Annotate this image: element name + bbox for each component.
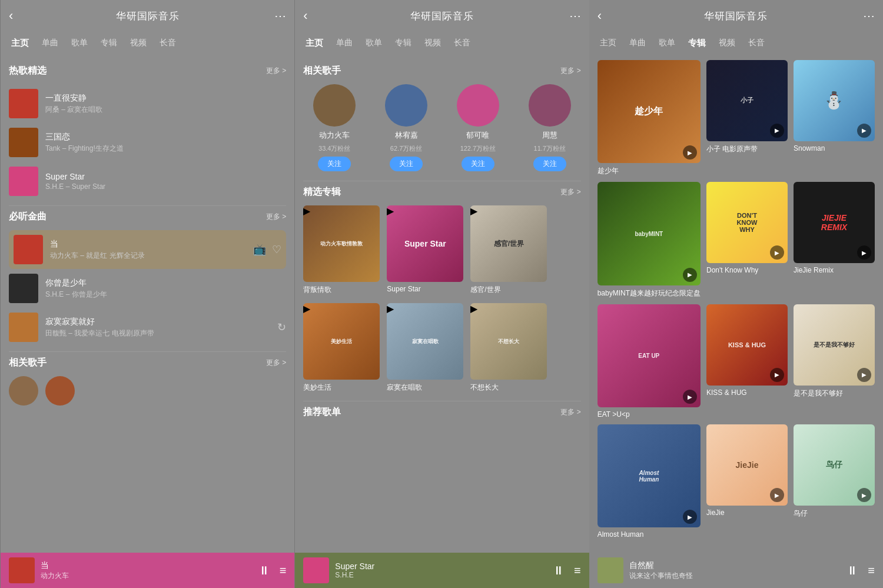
recommended-more[interactable]: 更多 > [560, 407, 580, 417]
back-button-3[interactable]: ‹ [597, 8, 602, 24]
tab-long-3[interactable]: 长音 [743, 35, 769, 51]
more-albums-row: 美妙生活 ▶ 美妙生活 寂寞在唱歌 ▶ 寂寞在唱歌 不想长大 ▶ 不想长大 [303, 303, 580, 395]
tab-album-2[interactable]: 专辑 [390, 35, 416, 51]
play-pause-1[interactable]: ⏸ [258, 564, 270, 577]
playlist-1[interactable]: ≡ [280, 564, 287, 577]
album-card-jiejie-remix[interactable]: JIEJIEREMIX ▶ JieJie Remix [794, 182, 875, 298]
must-song-item-3[interactable]: 寂寞寂寞就好 田馥甄 – 我爱幸运七 电视剧原声带 ↻ [9, 308, 286, 347]
player-artist-1: 动力火车 [41, 571, 253, 581]
back-button-1[interactable]: ‹ [9, 8, 13, 24]
album-card-eatup[interactable]: EAT UP ▶ EAT >U<p [597, 304, 701, 418]
tab-video-2[interactable]: 视频 [420, 35, 446, 51]
play-pause-2[interactable]: ⏸ [553, 564, 565, 577]
tab-home-1[interactable]: 主页 [6, 35, 34, 51]
play-snowman[interactable]: ▶ [857, 124, 871, 138]
featured-album-1[interactable]: 动力火车歌情敦敦 ▶ 背叛情歌 [303, 205, 380, 295]
album-card-趁少年[interactable]: 趁少年 ▶ 趁少年 [597, 60, 701, 176]
play-wuzi[interactable]: ▶ [857, 488, 871, 502]
more-button-2[interactable]: ⋯ [569, 9, 581, 23]
song-title-2: 三国恋 [45, 132, 286, 142]
artists-row-2: 动力火车 33.4万粉丝 关注 林宥嘉 62.7万粉丝 关注 郁可唯 122.7… [303, 84, 580, 171]
song-item-1[interactable]: 一直很安静 阿桑 – 寂寞在唱歌 [9, 84, 286, 123]
tab-single-3[interactable]: 单曲 [625, 35, 650, 51]
tv-icon[interactable]: 📺 [253, 243, 266, 256]
must-song-item-2[interactable]: 你曾是少年 S.H.E – 你曾是少年 [9, 269, 286, 308]
related-artists-title-1: 相关歌手 [9, 357, 47, 369]
panel-2-content: 相关歌手 更多 > 动力火车 33.4万粉丝 关注 林宥嘉 62.7万粉丝 关注 [295, 54, 589, 588]
player-info-3: 自然醒 说来这个事情也奇怪 [629, 560, 841, 581]
tab-long-1[interactable]: 长音 [155, 35, 181, 51]
featured-albums-title: 精选专辑 [303, 186, 341, 198]
tab-album-1[interactable]: 专辑 [96, 35, 122, 51]
play-eatup[interactable]: ▶ [683, 390, 697, 404]
tab-single-1[interactable]: 单曲 [37, 35, 63, 51]
heart-icon[interactable]: ♡ [272, 243, 281, 256]
song-item-3[interactable]: Super Star S.H.E – Super Star [9, 162, 286, 201]
tab-playlist-1[interactable]: 歌单 [67, 35, 92, 51]
more-button-1[interactable]: ⋯ [274, 9, 286, 23]
back-button-2[interactable]: ‹ [303, 8, 307, 24]
tab-home-2[interactable]: 主页 [301, 35, 328, 51]
album-cover-dontknow: DON'TKNOWWHY ▶ [706, 182, 788, 263]
hot-songs-more[interactable]: 更多 > [266, 66, 286, 76]
play-notgood[interactable]: ▶ [857, 368, 871, 382]
album-card-snowman[interactable]: ⛄ ▶ Snowman [794, 60, 875, 176]
tab-playlist-2[interactable]: 歌单 [361, 35, 387, 51]
artist-card-2[interactable]: 林宥嘉 62.7万粉丝 关注 [375, 84, 437, 171]
album-card-notgood[interactable]: 是不是我不够好 ▶ 是不是我不够好 [794, 304, 875, 418]
artist-fans-2: 62.7万粉丝 [390, 144, 422, 153]
featured-album-3[interactable]: 感官/世界 ▶ 感官/世界 [470, 205, 547, 295]
related-artists-more-1[interactable]: 更多 > [266, 358, 286, 368]
album-card-jiejie[interactable]: JieJie ▶ JieJie [706, 424, 788, 539]
artist-card-1[interactable]: 动力火车 33.4万粉丝 关注 [303, 84, 366, 171]
album-cover-eatup: EAT UP ▶ [597, 304, 701, 407]
must-listen-more[interactable]: 更多 > [266, 212, 286, 222]
more-album-2[interactable]: 寂寞在唱歌 ▶ 寂寞在唱歌 [387, 303, 463, 393]
related-artists-more-2[interactable]: 更多 > [560, 66, 580, 76]
follow-btn-3[interactable]: 关注 [462, 157, 494, 171]
share-icon-3[interactable]: ↻ [277, 321, 286, 334]
more-button-3[interactable]: ⋯ [863, 9, 875, 23]
artist-card-4[interactable]: 周慧 11.7万粉丝 关注 [519, 84, 581, 171]
follow-btn-1[interactable]: 关注 [318, 157, 351, 171]
recommended-header: 推荐歌单 更多 > [303, 406, 580, 418]
album-card-wuzi[interactable]: 鸟仔 ▶ 鸟仔 [794, 424, 875, 539]
panel-2-header: ‹ 华研国际音乐 ⋯ [295, 0, 589, 32]
playlist-2[interactable]: ≡ [574, 564, 581, 577]
play-小子[interactable]: ▶ [770, 124, 784, 138]
panel-1: ‹ 华研国际音乐 ⋯ 主页 单曲 歌单 专辑 视频 长音 热歌精选 更多 > 一… [0, 0, 295, 588]
more-album-1[interactable]: 美妙生活 ▶ 美妙生活 [303, 303, 380, 393]
featured-album-2[interactable]: Super Star ▶ Super Star [387, 205, 463, 295]
playlist-3[interactable]: ≡ [868, 564, 875, 577]
album-card-dontknow[interactable]: DON'TKNOWWHY ▶ Don't Know Why [706, 182, 788, 298]
tab-album-3[interactable]: 专辑 [683, 35, 711, 51]
album-card-kisshug[interactable]: KISS & HUG ▶ KISS & HUG [706, 304, 788, 418]
tab-video-1[interactable]: 视频 [125, 35, 151, 51]
artist-card-3[interactable]: 郁可唯 122.7万粉丝 关注 [447, 84, 509, 171]
play-jiejie[interactable]: ▶ [770, 488, 784, 502]
tab-home-3[interactable]: 主页 [595, 35, 621, 51]
more-album-3[interactable]: 不想长大 ▶ 不想长大 [470, 303, 547, 393]
album-card-almosthuman[interactable]: AlmostHuman ▶ Almost Human [597, 424, 701, 539]
follow-btn-4[interactable]: 关注 [533, 157, 566, 171]
must-song-item-1[interactable]: 当 动力火车 – 就是红 光辉全记录 📺 ♡ [9, 230, 286, 269]
play-pause-3[interactable]: ⏸ [847, 564, 858, 577]
featured-albums-more[interactable]: 更多 > [560, 187, 580, 197]
tab-single-2[interactable]: 单曲 [331, 35, 357, 51]
tab-long-2[interactable]: 长音 [449, 35, 475, 51]
album-cover-babymint: babyMINT ▶ [597, 182, 701, 285]
album-card-小子[interactable]: 小子 ▶ 小子 电影原声带 [706, 60, 788, 176]
follow-btn-2[interactable]: 关注 [390, 157, 423, 171]
song-item-2[interactable]: 三国恋 Tank – Fighting!生存之道 [9, 123, 286, 162]
tab-playlist-3[interactable]: 歌单 [654, 35, 680, 51]
must-song-actions-3: ↻ [277, 321, 286, 334]
panel-3-header: ‹ 华研国际音乐 ⋯ [589, 0, 883, 32]
player-info-2: Super Star S.H.E [335, 562, 547, 579]
tab-video-3[interactable]: 视频 [714, 35, 740, 51]
player-bar-3: 自然醒 说来这个事情也奇怪 ⏸ ≡ [589, 553, 883, 588]
album-card-babymint[interactable]: babyMINT ▶ babyMINT越来越好玩纪念限定盘 [597, 182, 701, 298]
hot-songs-header: 热歌精选 更多 > [9, 65, 286, 77]
play-kisshug[interactable]: ▶ [770, 368, 784, 382]
play-babymint[interactable]: ▶ [683, 268, 697, 282]
player-artist-2: S.H.E [335, 571, 547, 579]
